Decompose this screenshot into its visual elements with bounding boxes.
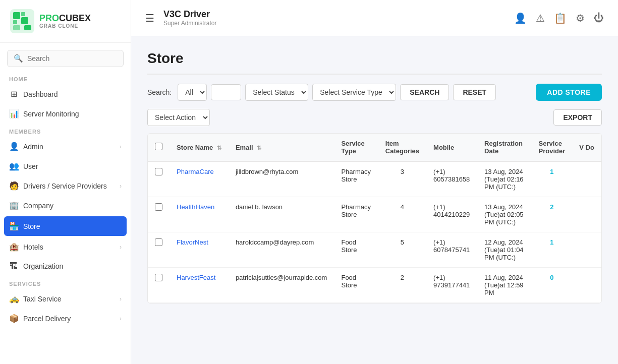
search-text-input[interactable]	[211, 84, 241, 100]
svg-rect-5	[13, 25, 20, 30]
hamburger-icon[interactable]: ☰	[145, 12, 154, 24]
brand-logo: PROCUBEX GRAB CLONE	[0, 0, 131, 43]
row-checkbox-cell	[148, 161, 170, 197]
parcel-icon: 📦	[9, 314, 18, 323]
service-type-select[interactable]: Select Service Type	[312, 84, 396, 101]
store-name-link[interactable]: HealthHaven	[177, 203, 214, 211]
service-provider-link[interactable]: 2	[550, 203, 553, 211]
notes-icon[interactable]: 📋	[554, 12, 567, 24]
sidebar-section-services: SERVICES 🚕 Taxi Service › 📦 Parcel Deliv…	[0, 276, 131, 328]
table-body: PharmaCare jilldbrown@rhyta.com Pharmacy…	[148, 161, 601, 303]
row-vd	[572, 161, 601, 197]
th-email: Email ⇅	[229, 134, 334, 161]
header-left: ☰ V3C Driver Super Administrator	[145, 9, 216, 27]
settings-icon[interactable]: ⚙	[576, 12, 585, 24]
organization-icon: 🏗	[9, 262, 18, 271]
row-registration-date: 13 Aug, 2024 (Tue)at 02:16 PM (UTC:)	[477, 161, 532, 197]
email-sort-icon[interactable]: ⇅	[257, 145, 261, 151]
row-service-provider: 1	[532, 232, 573, 268]
th-mobile: Mobile	[426, 134, 477, 161]
search-button[interactable]: SEARCH	[400, 84, 449, 100]
sidebar-item-company[interactable]: 🏢 Company	[0, 196, 131, 215]
row-service-provider: 1	[532, 161, 573, 197]
alert-icon[interactable]: ⚠	[536, 12, 545, 24]
header-icons: 👤 ⚠ 📋 ⚙ ⏻	[514, 12, 604, 24]
svg-rect-3	[13, 20, 17, 24]
row-checkbox[interactable]	[155, 238, 162, 246]
row-checkbox[interactable]	[155, 203, 162, 211]
row-checkbox[interactable]	[155, 168, 162, 175]
row-store-name: PharmaCare	[170, 161, 229, 197]
status-select[interactable]: Select Status	[245, 84, 308, 101]
th-vd: V Do	[572, 134, 601, 161]
row-email: haroldccamp@dayrep.com	[229, 232, 334, 268]
select-all-checkbox[interactable]	[155, 143, 162, 150]
server-monitoring-icon: 📊	[9, 109, 18, 118]
header-title: V3C Driver	[163, 9, 216, 20]
row-store-name: FlavorNest	[170, 232, 229, 268]
sidebar-label-hotels: Hotels	[23, 243, 115, 251]
sidebar-item-server-monitoring[interactable]: 📊 Server Monitoring	[0, 104, 131, 124]
row-email: patriciajsuttles@jourrapide.com	[229, 268, 334, 303]
row-service-type: Food Store	[334, 268, 378, 303]
hotels-icon: 🏨	[9, 242, 18, 252]
row-vd	[572, 197, 601, 232]
sidebar-label-store: Store	[23, 222, 122, 230]
row-checkbox-cell	[148, 268, 170, 303]
sidebar-item-hotels[interactable]: 🏨 Hotels ›	[0, 237, 131, 257]
admin-chevron-icon: ›	[120, 143, 122, 150]
svg-rect-6	[24, 25, 31, 30]
sidebar-item-parcel-delivery[interactable]: 📦 Parcel Delivery ›	[0, 309, 131, 328]
main-area: ☰ V3C Driver Super Administrator 👤 ⚠ 📋 ⚙…	[131, 0, 618, 364]
table-row: PharmaCare jilldbrown@rhyta.com Pharmacy…	[148, 161, 601, 197]
sidebar-label-server-monitoring: Server Monitoring	[23, 110, 122, 118]
service-provider-link[interactable]: 0	[550, 274, 553, 281]
filter-row: Search: All Select Status Select Service…	[147, 84, 602, 101]
sidebar-item-organization[interactable]: 🏗 Organization	[0, 257, 131, 276]
row-checkbox-cell	[148, 197, 170, 232]
store-name-sort-icon[interactable]: ⇅	[217, 145, 221, 151]
sidebar-item-dashboard[interactable]: ⊞ Dashboard	[0, 84, 131, 104]
store-name-link[interactable]: FlavorNest	[177, 238, 208, 246]
row-email: jilldbrown@rhyta.com	[229, 161, 334, 197]
sidebar-item-taxi-service[interactable]: 🚕 Taxi Service ›	[0, 289, 131, 309]
export-button[interactable]: EXPORT	[553, 109, 602, 126]
row-item-categories: 3	[378, 161, 426, 197]
table-header-row: Store Name ⇅ Email ⇅ ServiceType ItemCat…	[148, 134, 601, 161]
reset-button[interactable]: RESET	[453, 84, 496, 100]
add-store-button[interactable]: ADD STORE	[536, 84, 602, 101]
store-name-link[interactable]: HarvestFeast	[177, 274, 215, 281]
sidebar-item-drivers-service-providers[interactable]: 🧑 Drivers / Service Providers ›	[0, 176, 131, 196]
svg-rect-2	[21, 12, 25, 16]
page-title: Store	[147, 50, 602, 75]
store-table-wrapper: Store Name ⇅ Email ⇅ ServiceType ItemCat…	[147, 133, 602, 304]
action-select[interactable]: Select Action	[147, 109, 210, 126]
row-email: daniel b. lawson	[229, 197, 334, 232]
power-icon[interactable]: ⏻	[594, 12, 604, 24]
header-subtitle: Super Administrator	[163, 20, 216, 27]
admin-icon: 👤	[9, 142, 18, 151]
search-input[interactable]	[27, 54, 117, 63]
th-registration-date: RegistrationDate	[477, 134, 532, 161]
header-title-block: V3C Driver Super Administrator	[163, 9, 216, 27]
row-item-categories: 5	[378, 232, 426, 268]
sidebar-search[interactable]: 🔍	[7, 50, 124, 67]
row-mobile: (+1) 6078475741	[426, 232, 477, 268]
dashboard-icon: ⊞	[9, 89, 18, 99]
hotels-chevron-icon: ›	[120, 244, 122, 251]
store-name-link[interactable]: PharmaCare	[177, 168, 214, 175]
service-provider-link[interactable]: 1	[550, 168, 553, 175]
row-checkbox[interactable]	[155, 274, 162, 281]
brand-name: PROCUBEX	[39, 14, 91, 24]
sidebar-item-admin[interactable]: 👤 Admin ›	[0, 137, 131, 156]
row-registration-date: 13 Aug, 2024 (Tue)at 02:05 PM (UTC:)	[477, 197, 532, 232]
sidebar-item-user[interactable]: 👥 User	[0, 156, 131, 176]
row-store-name: HealthHaven	[170, 197, 229, 232]
row-mobile: (+1) 6057381658	[426, 161, 477, 197]
section-label-members: MEMBERS	[0, 124, 131, 137]
th-checkbox	[148, 134, 170, 161]
search-all-select[interactable]: All	[178, 84, 207, 101]
service-provider-link[interactable]: 1	[550, 238, 553, 246]
sidebar-item-store[interactable]: 🏪 Store	[4, 216, 127, 236]
profile-icon[interactable]: 👤	[514, 12, 527, 24]
